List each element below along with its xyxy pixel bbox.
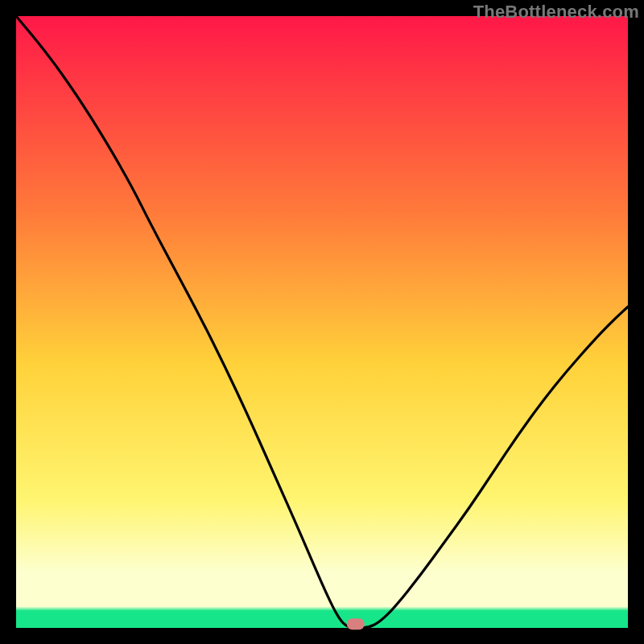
watermark-text: TheBottleneck.com — [473, 2, 639, 23]
optimum-marker — [347, 618, 365, 630]
plot-background — [16, 16, 628, 628]
chart-stage: TheBottleneck.com — [0, 0, 644, 644]
chart-svg — [0, 0, 644, 644]
